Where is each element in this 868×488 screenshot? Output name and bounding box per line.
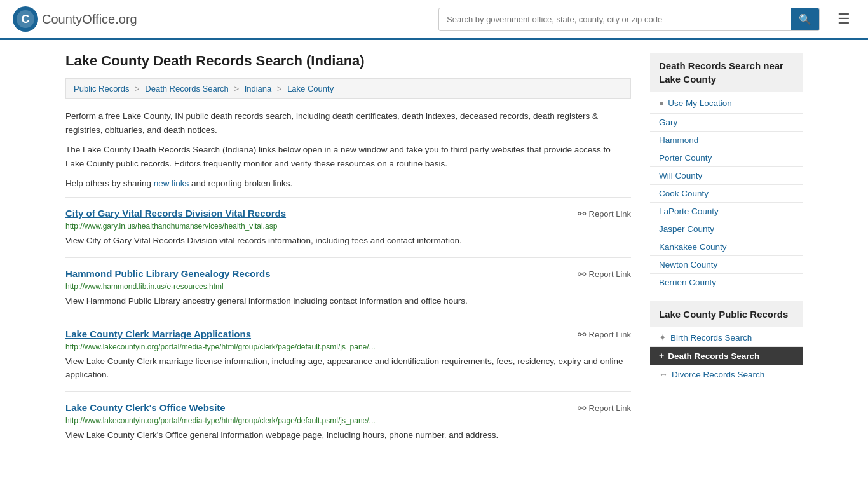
public-records-links-list: ✦Birth Records Search+Death Records Sear… xyxy=(650,329,803,383)
result-title-1[interactable]: Hammond Public Library Genealogy Records xyxy=(65,268,271,279)
breadcrumb: Public Records > Death Records Search > … xyxy=(65,78,631,99)
main-content: Lake County Death Records Search (Indian… xyxy=(65,53,631,452)
breadcrumb-public-records[interactable]: Public Records xyxy=(74,84,129,93)
result-header-2: Lake County Clerk Marriage Applications … xyxy=(65,329,631,341)
report-icon-0: ⚯ xyxy=(578,208,586,220)
result-url-0[interactable]: http://www.gary.in.us/healthandhumanserv… xyxy=(65,222,631,231)
public-records-icon-1: + xyxy=(659,351,664,361)
result-url-2[interactable]: http://www.lakecountyin.org/portal/media… xyxy=(65,342,631,351)
use-location-label: Use My Location xyxy=(668,98,732,108)
public-records-label-0: Birth Records Search xyxy=(670,333,752,342)
breadcrumb-sep-2: > xyxy=(234,84,239,93)
result-desc-2: View Lake County Clerk marriage license … xyxy=(65,355,631,381)
result-header-0: City of Gary Vital Records Division Vita… xyxy=(65,208,631,220)
nearby-link-1[interactable]: Hammond xyxy=(650,132,803,149)
logo-link[interactable]: C CountyOffice.org xyxy=(13,6,137,32)
public-records-label-1: Death Records Search xyxy=(668,351,759,361)
report-link-label-0: Report Link xyxy=(589,209,631,219)
description-3: Help others by sharing new links and rep… xyxy=(65,177,631,191)
nearby-link-0[interactable]: Gary xyxy=(650,114,803,132)
report-link-button-2[interactable]: ⚯ Report Link xyxy=(578,329,631,341)
site-header: C CountyOffice.org 🔍 ☰ xyxy=(0,0,868,40)
description-1: Perform a free Lake County, IN public de… xyxy=(65,109,631,137)
public-records-section-header: Lake County Public Records xyxy=(650,301,803,327)
result-header-1: Hammond Public Library Genealogy Records… xyxy=(65,268,631,280)
search-icon: 🔍 xyxy=(799,14,811,25)
nearby-link-7[interactable]: Kankakee County xyxy=(650,238,803,256)
logo-text: CountyOffice.org xyxy=(42,12,137,27)
result-title-0[interactable]: City of Gary Vital Records Division Vita… xyxy=(65,208,286,219)
search-button[interactable]: 🔍 xyxy=(791,8,819,30)
public-records-link-2[interactable]: ↔Divorce Records Search xyxy=(650,365,803,383)
use-location-link[interactable]: ● Use My Location xyxy=(650,93,803,114)
public-records-link-1[interactable]: +Death Records Search xyxy=(650,347,803,365)
main-container: Lake County Death Records Search (Indian… xyxy=(53,40,815,464)
breadcrumb-sep-1: > xyxy=(135,84,140,93)
public-records-label-2: Divorce Records Search xyxy=(672,370,764,379)
result-url-1[interactable]: http://www.hammond.lib.in.us/e-resources… xyxy=(65,282,631,291)
nearby-link-4[interactable]: Cook County xyxy=(650,185,803,203)
public-records-link-0[interactable]: ✦Birth Records Search xyxy=(650,329,803,347)
breadcrumb-death-records[interactable]: Death Records Search xyxy=(145,84,229,93)
nearby-links-list: GaryHammondPorter CountyWill CountyCook … xyxy=(650,114,803,291)
report-link-label-1: Report Link xyxy=(589,269,631,279)
result-item: City of Gary Vital Records Division Vita… xyxy=(65,197,631,257)
report-icon-3: ⚯ xyxy=(578,402,586,414)
results-list: City of Gary Vital Records Division Vita… xyxy=(65,197,631,452)
svg-text:C: C xyxy=(22,13,30,25)
nearby-link-5[interactable]: LaPorte County xyxy=(650,203,803,220)
report-icon-2: ⚯ xyxy=(578,329,586,341)
result-item: Lake County Clerk's Office Website ⚯ Rep… xyxy=(65,391,631,452)
result-desc-0: View City of Gary Vital Records Division… xyxy=(65,234,631,247)
public-records-title: Lake County Public Records xyxy=(659,309,788,320)
nearby-link-6[interactable]: Jasper County xyxy=(650,220,803,238)
result-header-3: Lake County Clerk's Office Website ⚯ Rep… xyxy=(65,402,631,414)
breadcrumb-lake-county[interactable]: Lake County xyxy=(287,84,334,93)
result-desc-1: View Hammond Public Library ancestry gen… xyxy=(65,295,631,308)
public-records-icon-2: ↔ xyxy=(659,369,668,379)
nearby-link-3[interactable]: Will County xyxy=(650,167,803,185)
nearby-link-2[interactable]: Porter County xyxy=(650,149,803,167)
report-icon-1: ⚯ xyxy=(578,268,586,280)
sidebar: Death Records Search near Lake County ● … xyxy=(650,53,803,452)
menu-button[interactable]: ☰ xyxy=(832,8,855,30)
nearby-link-8[interactable]: Newton County xyxy=(650,256,803,274)
new-links-link[interactable]: new links xyxy=(154,179,189,188)
report-link-button-0[interactable]: ⚯ Report Link xyxy=(578,208,631,220)
result-item: Lake County Clerk Marriage Applications … xyxy=(65,318,631,391)
report-link-label-3: Report Link xyxy=(589,403,631,413)
breadcrumb-sep-3: > xyxy=(277,84,282,93)
description-2: The Lake County Death Records Search (In… xyxy=(65,143,631,170)
page-title: Lake County Death Records Search (Indian… xyxy=(65,53,631,69)
location-icon: ● xyxy=(659,98,664,108)
report-link-button-3[interactable]: ⚯ Report Link xyxy=(578,402,631,414)
search-input[interactable] xyxy=(439,10,791,29)
report-link-button-1[interactable]: ⚯ Report Link xyxy=(578,268,631,280)
result-item: Hammond Public Library Genealogy Records… xyxy=(65,257,631,318)
nearby-link-9[interactable]: Berrien County xyxy=(650,274,803,291)
public-records-icon-0: ✦ xyxy=(659,332,667,342)
search-bar: 🔍 xyxy=(438,8,820,31)
logo-icon: C xyxy=(13,6,38,32)
nearby-title: Death Records Search near Lake County xyxy=(659,60,783,85)
result-title-2[interactable]: Lake County Clerk Marriage Applications xyxy=(65,329,251,339)
report-link-label-2: Report Link xyxy=(589,330,631,339)
breadcrumb-indiana[interactable]: Indiana xyxy=(245,84,272,93)
result-desc-3: View Lake County Clerk's Office general … xyxy=(65,429,631,442)
nearby-section-header: Death Records Search near Lake County xyxy=(650,53,803,92)
result-title-3[interactable]: Lake County Clerk's Office Website xyxy=(65,402,226,413)
hamburger-icon: ☰ xyxy=(837,11,850,27)
result-url-3[interactable]: http://www.lakecountyin.org/portal/media… xyxy=(65,416,631,425)
